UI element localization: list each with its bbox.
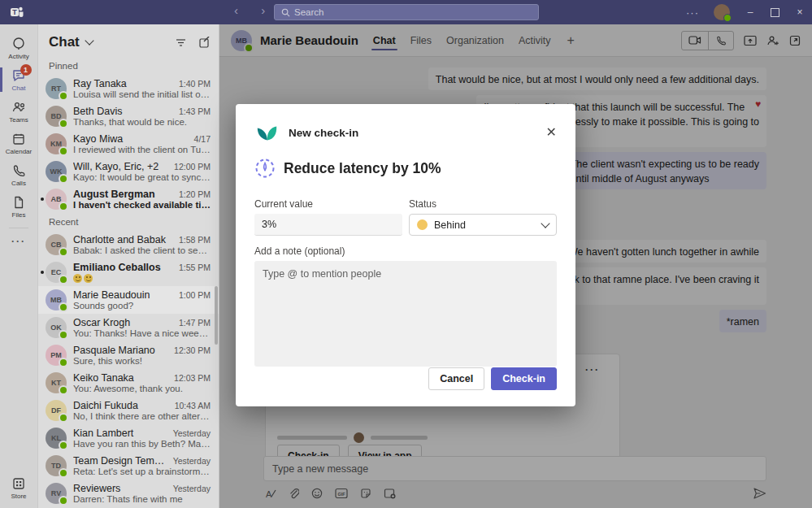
titlebar-more-icon[interactable]: ··· (686, 7, 699, 19)
rail-item-activity[interactable]: Activity (0, 33, 38, 63)
tab-activity[interactable]: Activity (519, 26, 551, 55)
chat-message[interactable]: *ramen (719, 310, 766, 332)
checkin-submit-button[interactable]: Check-in (491, 367, 557, 390)
rail-item-files[interactable]: Files (0, 191, 38, 222)
avatar: RT (46, 78, 67, 99)
avatar: PM (46, 345, 67, 366)
store-icon (11, 476, 26, 491)
chat-preview: You: Thanks! Have a nice weekend (73, 328, 211, 338)
chat-list-item[interactable]: AB August Bergman1:20 PM I haven't check… (38, 185, 219, 213)
chat-message[interactable]: The client wasn't expecting us to be rea… (563, 152, 766, 189)
format-icon[interactable]: A (263, 488, 276, 499)
unread-dot (41, 436, 44, 440)
emoji-icon[interactable] (311, 488, 323, 499)
chat-list-item[interactable]: KL Kian LambertYesterday Have you ran th… (38, 424, 219, 452)
chat-list-item[interactable]: TD Team Design TemplateYesterday Reta: L… (38, 452, 219, 480)
presence-dot (59, 385, 68, 395)
add-people-icon[interactable] (766, 35, 779, 46)
close-icon[interactable]: ✕ (546, 126, 557, 139)
chat-list-item[interactable]: PM Pasquale Mariano12:30 PM Sure, this w… (38, 341, 219, 369)
presence-dot (59, 413, 68, 423)
chevron-down-icon[interactable] (85, 36, 93, 45)
presence-dot (59, 275, 68, 284)
chat-list-item[interactable]: RV ReviewersYesterday Darren: Thats fine… (38, 480, 219, 507)
close-button[interactable]: × (794, 7, 805, 18)
note-placeholder: Type @ to mention people (263, 268, 381, 280)
maximize-button[interactable] (771, 8, 779, 17)
nav-back-forward[interactable]: ‹ › (234, 3, 275, 17)
current-value-input[interactable]: 3% (254, 214, 402, 236)
chat-list-item[interactable]: DF Daichi Fukuda10:43 AM No, I think the… (38, 397, 219, 424)
rail-item-calls[interactable]: Calls (0, 159, 38, 190)
scrollbar-thumb[interactable] (215, 286, 218, 345)
chat-preview: Babak: I asked the client to send her fe… (73, 245, 211, 255)
chat-preview: Have you ran this by Beth? Make sure she… (73, 439, 211, 449)
heart-reaction-icon[interactable]: ♥ (755, 98, 761, 110)
cancel-button[interactable]: Cancel (428, 367, 484, 390)
sticker-icon[interactable] (360, 488, 371, 499)
rail-item-calendar[interactable]: Calendar (0, 128, 38, 158)
screen-share-icon[interactable] (744, 35, 757, 46)
rail-more-apps[interactable]: ··· (0, 233, 38, 250)
unread-dot (41, 87, 44, 90)
chat-list-item[interactable]: WK Will, Kayo, Eric, +212:00 PM Kayo: It… (38, 158, 219, 185)
minimize-button[interactable]: – (745, 7, 756, 18)
chat-preview: Louisa will send the initial list of att… (73, 89, 211, 99)
conversation-avatar[interactable]: MB (231, 30, 252, 51)
tab-files[interactable]: Files (410, 26, 432, 55)
card-more-icon[interactable]: ··· (585, 364, 600, 376)
rail-item-chat[interactable]: 1 Chat (0, 64, 38, 95)
chat-list-item[interactable]: KT Keiko Tanaka12:03 PM You: Awesome, th… (38, 369, 219, 397)
user-avatar[interactable] (714, 4, 730, 20)
filter-icon[interactable] (175, 37, 187, 49)
chat-list-item[interactable]: EC Emiliano Ceballos1:55 PM (38, 258, 219, 286)
chat-name: Keiko Tanaka (73, 372, 169, 384)
call-button-group (681, 31, 734, 50)
tab-organization[interactable]: Organization (446, 26, 504, 55)
schedule-app-icon[interactable] (384, 488, 396, 499)
popout-icon[interactable] (789, 35, 801, 46)
smiley-emoji (84, 274, 93, 283)
chat-list-item[interactable]: BD Beth Davis1:43 PM Thanks, that would … (38, 102, 219, 130)
send-icon[interactable] (753, 487, 766, 500)
chat-list-item[interactable]: KM Kayo Miwa4/17 I reviewed with the cli… (38, 130, 219, 158)
add-tab-icon[interactable]: + (567, 33, 575, 48)
chat-preview (73, 273, 211, 283)
new-chat-icon[interactable] (198, 37, 211, 49)
presence-dot (723, 14, 732, 22)
avatar: RV (46, 483, 67, 504)
chat-list-item[interactable]: OK Oscar Krogh1:47 PM You: Thanks! Have … (38, 314, 219, 341)
chat-preview: Kayo: It would be great to sync with... (73, 172, 211, 182)
chat-list-item[interactable]: MB Marie Beaudouin1:00 PM Sounds good? (38, 286, 219, 314)
gif-icon[interactable]: GIF (335, 488, 348, 499)
chat-preview: I haven't checked available times yet (73, 200, 211, 210)
attach-icon[interactable] (289, 488, 299, 499)
chat-list-item[interactable]: RT Ray Tanaka1:40 PM Louisa will send th… (38, 75, 219, 102)
rail-item-store[interactable]: Store (0, 472, 38, 503)
smiley-emoji (73, 274, 82, 283)
message-input[interactable]: Type a new message (263, 456, 766, 481)
chat-time: 1:00 PM (179, 290, 211, 300)
chat-time: 12:03 PM (174, 373, 211, 383)
note-textarea[interactable]: Type @ to mention people (254, 261, 557, 367)
phone-icon (11, 163, 26, 178)
chat-message[interactable]: That would be nice, but at most I would … (428, 67, 766, 90)
video-call-icon[interactable] (682, 32, 708, 50)
avatar (354, 432, 364, 443)
status-label: Status (409, 198, 557, 210)
search-input[interactable]: Search (274, 4, 539, 20)
chat-list-item[interactable]: CB Charlotte and Babak1:58 PM Babak: I a… (38, 231, 219, 258)
avatar: MB (46, 289, 67, 310)
unread-dot (41, 243, 44, 246)
rail-item-teams[interactable]: Teams (0, 96, 38, 127)
chat-time: Yesterday (173, 428, 211, 438)
conversation-header: MB Marie Beaudouin Chat Files Organizati… (219, 24, 812, 57)
audio-call-icon[interactable] (708, 32, 733, 50)
avatar: WK (46, 161, 67, 182)
recent-chats: CB Charlotte and Babak1:58 PM Babak: I a… (38, 231, 219, 507)
unread-dot (41, 464, 44, 467)
status-dropdown[interactable]: Behind (409, 214, 557, 236)
chat-time: 1:58 PM (179, 235, 211, 245)
tab-chat[interactable]: Chat (373, 26, 396, 55)
chat-message[interactable]: We haven't gotten lunch together in awhi… (561, 240, 766, 263)
